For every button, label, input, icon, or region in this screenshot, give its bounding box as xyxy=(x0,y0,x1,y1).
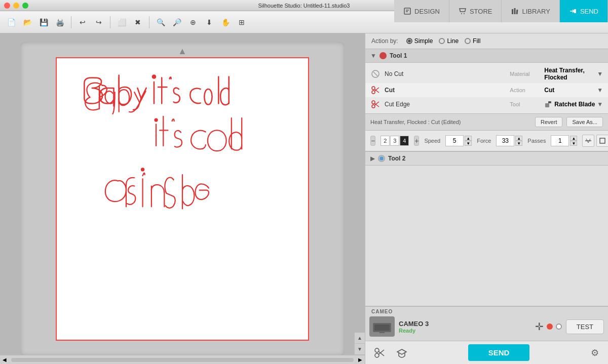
scroll-left-btn[interactable]: ◀ xyxy=(0,355,9,365)
pan-button[interactable]: ✋ xyxy=(218,15,233,29)
toolbar-divider-1 xyxy=(71,16,71,28)
speed-value[interactable]: 5 xyxy=(445,135,464,146)
passes-value[interactable]: 1 xyxy=(551,135,569,146)
canvas-inner xyxy=(61,62,304,336)
select-button[interactable]: ⬜ xyxy=(115,15,129,29)
canvas-art xyxy=(61,62,304,336)
radio-simple-indicator xyxy=(406,38,412,44)
radio-simple[interactable]: Simple xyxy=(406,37,433,45)
tool-row-nocut[interactable]: No Cut Material Heat Transfer, Flocked ▼ xyxy=(365,65,608,83)
tool-dropdown-icon[interactable]: ▼ xyxy=(597,101,603,108)
tool1-section: ▼ Tool 1 No Cut Material Heat Transfer, … xyxy=(365,49,608,151)
force-spinner[interactable]: ▲ ▼ xyxy=(515,136,522,146)
tool-label-inline: Tool xyxy=(510,101,540,107)
num-box-2[interactable]: 2 xyxy=(381,136,390,146)
force-up[interactable]: ▲ xyxy=(515,136,522,141)
speed-up[interactable]: ▲ xyxy=(465,136,472,141)
passes-down[interactable]: ▼ xyxy=(570,141,577,146)
radio-line[interactable]: Line xyxy=(439,37,459,45)
toolbar-divider-2 xyxy=(110,16,110,28)
window-controls[interactable] xyxy=(4,3,28,9)
svg-rect-23 xyxy=(548,101,551,103)
gear-icon[interactable]: ⚙ xyxy=(588,346,602,360)
scroll-up-btn[interactable]: ▲ xyxy=(355,333,365,344)
num-box-3[interactable]: 3 xyxy=(390,136,399,146)
square-style-button[interactable] xyxy=(596,135,608,147)
scroll-right-btn[interactable]: ▶ xyxy=(356,355,365,365)
scroll-down-btn[interactable]: ▼ xyxy=(355,344,365,355)
passes-up[interactable]: ▲ xyxy=(570,136,577,141)
no-cut-icon xyxy=(370,69,381,79)
top-nav: DESIGN STORE LIBRARY SEND xyxy=(394,0,608,22)
save-as-button[interactable]: Save As... xyxy=(566,117,603,127)
radio-line-label: Line xyxy=(447,37,459,45)
bottom-icons xyxy=(371,345,410,361)
select-all-button[interactable]: ✖ xyxy=(131,15,145,29)
passes-spinner[interactable]: ▲ ▼ xyxy=(570,136,577,146)
tool-value-container: Ratchet Blade xyxy=(544,100,595,108)
tab-store[interactable]: STORE xyxy=(449,0,502,22)
scissors-bottom-icon[interactable] xyxy=(371,345,388,361)
minimize-button[interactable] xyxy=(13,3,19,9)
title-bar: Silhouette Studio: Untitled-11.studio3 D… xyxy=(0,0,608,11)
send-button[interactable]: SEND xyxy=(468,344,530,361)
sfp-row: − 2 3 4 + Speed 5 ▲ ▼ xyxy=(365,131,608,151)
action-dropdown-icon[interactable]: ▼ xyxy=(597,87,603,94)
tab-design[interactable]: DESIGN xyxy=(394,0,449,22)
passes-label: Passes xyxy=(527,138,546,144)
material-dropdown-icon[interactable]: ▼ xyxy=(597,70,603,77)
zoom-out-button[interactable]: 🔎 xyxy=(170,15,184,29)
bottom-scroll: ◀ ▶ xyxy=(0,355,365,364)
main-layout: ▲ xyxy=(0,33,608,364)
force-value-box: 33 ▲ ▼ xyxy=(496,135,522,146)
print-button[interactable]: 🖨️ xyxy=(53,15,67,29)
action-value: Cut xyxy=(544,87,554,94)
svg-rect-22 xyxy=(545,103,549,107)
cameo-controls: ✛ xyxy=(535,320,562,333)
move-down-button[interactable]: ⬇ xyxy=(202,15,216,29)
move-icon[interactable]: ✛ xyxy=(535,320,544,333)
undo-button[interactable]: ↩ xyxy=(75,15,90,29)
tab-library[interactable]: LIBRARY xyxy=(502,0,559,22)
add-page-button[interactable]: ⊞ xyxy=(235,15,249,29)
redo-button[interactable]: ↪ xyxy=(92,15,106,29)
save-button[interactable]: 💾 xyxy=(36,15,51,29)
force-down[interactable]: ▼ xyxy=(515,141,522,146)
speed-spinner[interactable]: ▲ ▼ xyxy=(465,136,472,146)
close-button[interactable] xyxy=(4,3,10,9)
scroll-track[interactable] xyxy=(11,358,354,362)
maximize-button[interactable] xyxy=(22,3,28,9)
canvas-content xyxy=(56,57,309,341)
minus-button[interactable]: − xyxy=(370,136,375,146)
window-title: Silhouette Studio: Untitled-11.studio3 xyxy=(258,3,350,9)
tool1-expand-icon[interactable]: ▼ xyxy=(370,52,376,59)
graduation-icon[interactable] xyxy=(394,345,410,361)
new-button[interactable]: 📄 xyxy=(4,15,18,29)
num-box-4[interactable]: 4 xyxy=(400,136,409,146)
plus-button[interactable]: + xyxy=(414,136,419,146)
svg-rect-8 xyxy=(574,9,576,13)
radio-fill[interactable]: Fill xyxy=(465,37,480,45)
svg-point-4 xyxy=(464,13,465,14)
tool2-expand-icon[interactable]: ▶ xyxy=(370,155,375,162)
tool1-circle xyxy=(379,52,387,59)
zoom-in-button[interactable]: 🔍 xyxy=(154,15,168,29)
tool-row-cut[interactable]: Cut Action Cut ▼ xyxy=(365,83,608,97)
tab-design-label: DESIGN xyxy=(414,8,440,15)
force-value[interactable]: 33 xyxy=(496,135,514,146)
radio-fill-indicator xyxy=(465,38,471,44)
speed-down[interactable]: ▼ xyxy=(465,141,472,146)
tab-send[interactable]: SEND xyxy=(560,0,608,22)
tool2-title: Tool 2 xyxy=(388,155,405,162)
right-panel: Action by: Simple Line Fill ▼ xyxy=(365,33,608,364)
open-button[interactable]: 📂 xyxy=(20,15,34,29)
scroll-up-arrow[interactable]: ▲ xyxy=(178,46,187,57)
line-style-button[interactable] xyxy=(582,135,594,147)
revert-button[interactable]: Revert xyxy=(535,117,562,127)
zoom-fit-button[interactable]: ⊕ xyxy=(186,15,200,29)
number-boxes: 2 3 4 xyxy=(381,136,409,146)
tool-row-cutedge[interactable]: Cut Edge Tool Ratchet Blade ▼ xyxy=(365,97,608,111)
tool2-header: ▶ Tool 2 xyxy=(365,152,608,166)
test-button[interactable]: TEST xyxy=(566,319,604,334)
svg-rect-6 xyxy=(514,8,516,14)
